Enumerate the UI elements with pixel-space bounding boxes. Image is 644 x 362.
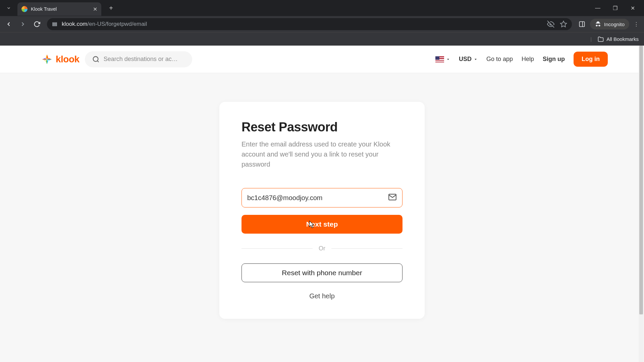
sign-up-link[interactable]: Sign up	[543, 56, 565, 63]
browser-tab-strip: Klook Travel ✕ + — ❐ ✕	[0, 0, 644, 16]
incognito-icon	[595, 21, 601, 27]
bookmarks-bar: | All Bookmarks	[0, 32, 644, 46]
all-bookmarks-link[interactable]: All Bookmarks	[606, 36, 639, 42]
favicon-icon	[21, 6, 28, 12]
address-bar[interactable]: klook.com/en-US/forgetpwd/email	[47, 18, 572, 30]
email-input-wrap[interactable]	[241, 188, 402, 207]
url-text: klook.com/en-US/forgetpwd/email	[62, 21, 147, 27]
page-description: Enter the email address used to create y…	[241, 139, 402, 169]
minimize-icon[interactable]: —	[593, 5, 602, 11]
browser-toolbar: klook.com/en-US/forgetpwd/email Incognit…	[0, 16, 644, 32]
logo[interactable]: klook	[41, 53, 79, 65]
chevron-down-icon	[446, 57, 450, 61]
scrollbar-thumb[interactable]	[639, 46, 643, 314]
search-icon	[92, 56, 100, 63]
help-link[interactable]: Help	[522, 56, 534, 63]
svg-rect-2	[53, 25, 57, 26]
logo-mark-icon	[41, 53, 53, 65]
reload-button[interactable]	[31, 18, 43, 30]
svg-point-7	[93, 56, 98, 61]
currency-selector[interactable]: USD	[459, 56, 478, 63]
site-settings-icon[interactable]	[52, 21, 58, 27]
reset-with-phone-button[interactable]: Reset with phone number	[241, 263, 402, 282]
close-window-icon[interactable]: ✕	[628, 5, 637, 11]
reset-password-card: Reset Password Enter the email address u…	[219, 102, 425, 319]
tab-search-button[interactable]	[3, 2, 15, 14]
search-box[interactable]: Search destinations or ac…	[85, 51, 192, 67]
page-title: Reset Password	[241, 120, 402, 134]
window-controls: — ❐ ✕	[593, 5, 641, 11]
scrollbar[interactable]	[639, 46, 644, 362]
side-panel-icon[interactable]	[576, 18, 588, 30]
divider: Or	[241, 245, 402, 252]
eye-off-icon[interactable]	[547, 20, 554, 28]
new-tab-button[interactable]: +	[106, 4, 116, 12]
svg-rect-5	[580, 22, 585, 27]
chevron-down-icon	[474, 57, 478, 61]
svg-marker-9	[447, 59, 449, 60]
go-to-app-link[interactable]: Go to app	[486, 56, 513, 63]
login-button[interactable]: Log in	[574, 52, 608, 67]
get-help-link[interactable]: Get help	[241, 292, 402, 300]
close-tab-icon[interactable]: ✕	[93, 6, 97, 12]
svg-marker-4	[560, 21, 567, 27]
browser-menu-button[interactable]: ⋮	[631, 21, 641, 27]
svg-line-8	[97, 61, 99, 62]
page-content: klook Search destinations or ac… USD Go …	[0, 46, 644, 362]
main-area: Reset Password Enter the email address u…	[0, 73, 644, 362]
folder-icon	[598, 36, 604, 42]
mail-icon	[388, 193, 397, 203]
svg-rect-1	[53, 24, 57, 24]
language-selector[interactable]	[435, 56, 450, 62]
logo-text: klook	[56, 54, 79, 65]
maximize-icon[interactable]: ❐	[610, 5, 620, 11]
incognito-indicator[interactable]: Incognito	[590, 19, 629, 29]
site-header: klook Search destinations or ac… USD Go …	[0, 46, 644, 73]
bookmark-star-icon[interactable]	[560, 20, 567, 28]
forward-button[interactable]	[17, 18, 29, 30]
svg-marker-10	[475, 59, 477, 60]
flag-us-icon	[435, 56, 444, 62]
browser-tab[interactable]: Klook Travel ✕	[17, 2, 101, 16]
next-step-button[interactable]: Next step	[241, 215, 402, 234]
tab-title: Klook Travel	[31, 6, 90, 12]
search-placeholder: Search destinations or ac…	[104, 56, 178, 63]
svg-rect-0	[53, 23, 57, 23]
email-field[interactable]	[247, 194, 388, 202]
back-button[interactable]	[3, 18, 15, 30]
header-nav: USD Go to app Help Sign up Log in	[435, 52, 608, 67]
